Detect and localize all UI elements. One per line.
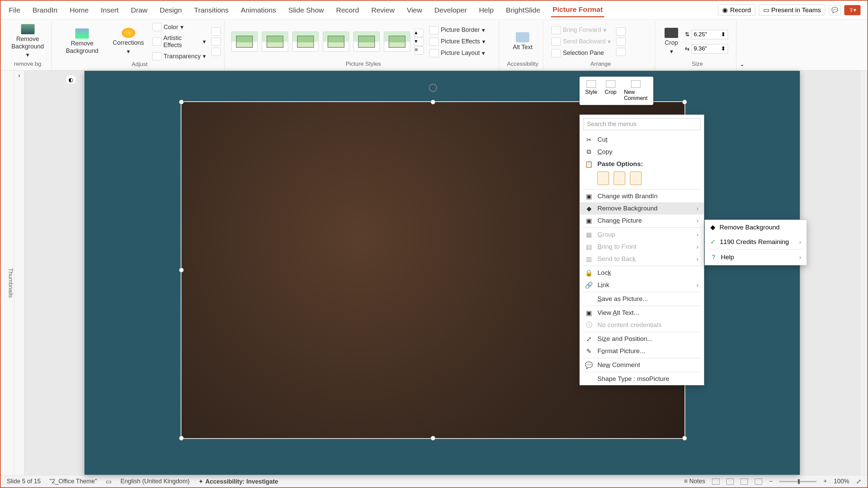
notes-button[interactable]: ≡ Notes: [684, 478, 705, 485]
tab-animations[interactable]: Animations: [239, 3, 277, 17]
crop-button[interactable]: Crop▾: [662, 26, 681, 57]
picture-style-6[interactable]: [384, 32, 410, 52]
send-backward-button[interactable]: Send Backward ▾: [550, 37, 612, 46]
paste-option-1[interactable]: [597, 171, 609, 185]
paste-option-2[interactable]: [614, 171, 625, 185]
reset-picture-icon[interactable]: [211, 48, 221, 56]
record-button[interactable]: ◉ Record: [718, 4, 755, 16]
styles-more[interactable]: ≡: [414, 46, 424, 55]
reading-view-button[interactable]: [741, 479, 748, 485]
theme-indicator[interactable]: "2_Office Theme": [50, 478, 97, 485]
picture-style-5[interactable]: [353, 32, 380, 52]
sub-credits[interactable]: ✓1190 Credits Remaining›: [705, 235, 807, 249]
corrections-button[interactable]: Corrections▾: [110, 26, 147, 57]
group-button[interactable]: [616, 38, 626, 46]
tab-developer[interactable]: Developer: [433, 3, 468, 17]
width-input[interactable]: 9.36"⬍: [691, 44, 728, 54]
compress-icon[interactable]: [211, 27, 221, 36]
tab-transitions[interactable]: Transitions: [193, 3, 230, 17]
sorter-view-button[interactable]: [726, 479, 734, 485]
ribbon-collapse[interactable]: ⌄: [740, 61, 744, 67]
change-picture-icon[interactable]: [211, 38, 221, 46]
ctx-copy[interactable]: ⧉Copy: [580, 146, 704, 158]
paste-option-3[interactable]: [630, 171, 642, 185]
alt-text-button[interactable]: Alt Text: [510, 31, 535, 53]
handle-s[interactable]: [431, 436, 435, 441]
vertical-scrollbar[interactable]: [860, 70, 867, 475]
context-search-input[interactable]: Search the menus: [583, 118, 701, 130]
tab-home[interactable]: Home: [68, 3, 90, 17]
ctx-new-comment[interactable]: 💬New Comment: [580, 359, 704, 371]
tab-picture-format[interactable]: Picture Format: [551, 3, 604, 17]
handle-sw[interactable]: [179, 436, 184, 441]
ctx-format-picture[interactable]: ✎Format Picture...: [580, 345, 704, 357]
comments-icon[interactable]: 💬: [829, 5, 841, 15]
slide-indicator[interactable]: Slide 5 of 15: [7, 478, 41, 485]
ctx-lock[interactable]: 🔒Lock: [580, 267, 704, 279]
designer-toggle[interactable]: ◐: [65, 75, 77, 85]
handle-w[interactable]: [179, 268, 184, 272]
normal-view-button[interactable]: [712, 479, 719, 485]
handle-ne[interactable]: [682, 100, 687, 104]
accessibility-indicator[interactable]: ✦ Accessibility: Investigate: [198, 478, 278, 485]
styles-scroll-up[interactable]: ▴: [414, 29, 424, 37]
ctx-remove-background[interactable]: ◆Remove Background›: [580, 202, 704, 215]
tab-file[interactable]: File: [7, 3, 22, 17]
ctx-view-alt-text[interactable]: ▣View Alt Text...: [580, 307, 704, 319]
tab-brandin[interactable]: BrandIn: [31, 3, 59, 17]
removebg-addin-button[interactable]: Remove Background▾: [7, 23, 48, 60]
zoom-out-button[interactable]: −: [769, 478, 773, 485]
picture-style-1[interactable]: [231, 32, 258, 52]
bring-forward-button[interactable]: Bring Forward ▾: [550, 25, 612, 35]
height-input[interactable]: 6.25"⬍: [691, 30, 728, 39]
picture-style-4[interactable]: [323, 32, 349, 52]
mini-comment-button[interactable]: New Comment: [620, 79, 651, 103]
artistic-effects-button[interactable]: Artistic Effects▾: [151, 34, 207, 49]
ctx-change-picture[interactable]: ▣Change Picture›: [580, 215, 704, 227]
mini-style-button[interactable]: Style: [582, 79, 601, 103]
zoom-value[interactable]: 100%: [834, 478, 849, 485]
tab-help[interactable]: Help: [478, 3, 495, 17]
fit-window-button[interactable]: ⤢: [856, 478, 861, 485]
picture-layout-button[interactable]: Picture Layout▾: [428, 48, 487, 58]
ctx-cut[interactable]: ✂Cut: [580, 134, 704, 146]
tab-draw[interactable]: Draw: [130, 3, 149, 17]
rotate-handle[interactable]: [429, 84, 437, 92]
picture-border-button[interactable]: Picture Border▾: [428, 25, 487, 35]
picture-style-3[interactable]: [292, 32, 319, 52]
present-teams-button[interactable]: ▭ Present in Teams: [759, 4, 825, 16]
ctx-change-brandin[interactable]: ▣Change with BrandIn: [580, 190, 704, 202]
thumbnails-expand[interactable]: ›: [18, 73, 20, 79]
styles-scroll-down[interactable]: ▾: [414, 38, 424, 46]
tab-slideshow[interactable]: Slide Show: [287, 3, 325, 17]
tab-design[interactable]: Design: [158, 3, 183, 17]
tab-view[interactable]: View: [406, 3, 423, 17]
language-indicator[interactable]: English (United Kingdom): [120, 478, 190, 485]
handle-nw[interactable]: [179, 100, 184, 104]
tab-review[interactable]: Review: [370, 3, 396, 17]
slide-canvas[interactable]: ◐ Style Crop New Comment: [24, 70, 860, 475]
transparency-button[interactable]: Transparency▾: [151, 52, 207, 61]
picture-style-2[interactable]: [262, 32, 288, 52]
handle-se[interactable]: [682, 436, 687, 441]
sub-help[interactable]: ？Help›: [705, 249, 807, 265]
share-button[interactable]: ⇪▾: [844, 5, 861, 15]
zoom-slider[interactable]: [779, 481, 816, 482]
tab-insert[interactable]: Insert: [99, 3, 120, 17]
thumbnails-pane[interactable]: Thumbnails: [1, 70, 14, 475]
slideshow-view-button[interactable]: [755, 479, 762, 485]
color-button[interactable]: Color▾: [151, 22, 207, 32]
spellcheck-icon[interactable]: ▭: [106, 478, 112, 485]
rotate-button[interactable]: [616, 48, 626, 56]
picture-effects-button[interactable]: Picture Effects▾: [428, 37, 487, 46]
sub-remove-background[interactable]: ◆Remove Background: [705, 220, 807, 235]
selection-pane-button[interactable]: Selection Pane: [550, 48, 612, 58]
handle-n[interactable]: [431, 100, 435, 104]
ctx-save-as-picture[interactable]: Save as Picture...: [580, 293, 704, 305]
mini-crop-button[interactable]: Crop: [601, 79, 620, 103]
tab-brightslide[interactable]: BrightSlide: [505, 3, 542, 17]
remove-background-button[interactable]: Remove Background: [58, 27, 106, 56]
ctx-size-position[interactable]: ⤢Size and Position...: [580, 333, 704, 345]
tab-record[interactable]: Record: [335, 3, 360, 17]
ctx-link[interactable]: 🔗Link›: [580, 279, 704, 291]
